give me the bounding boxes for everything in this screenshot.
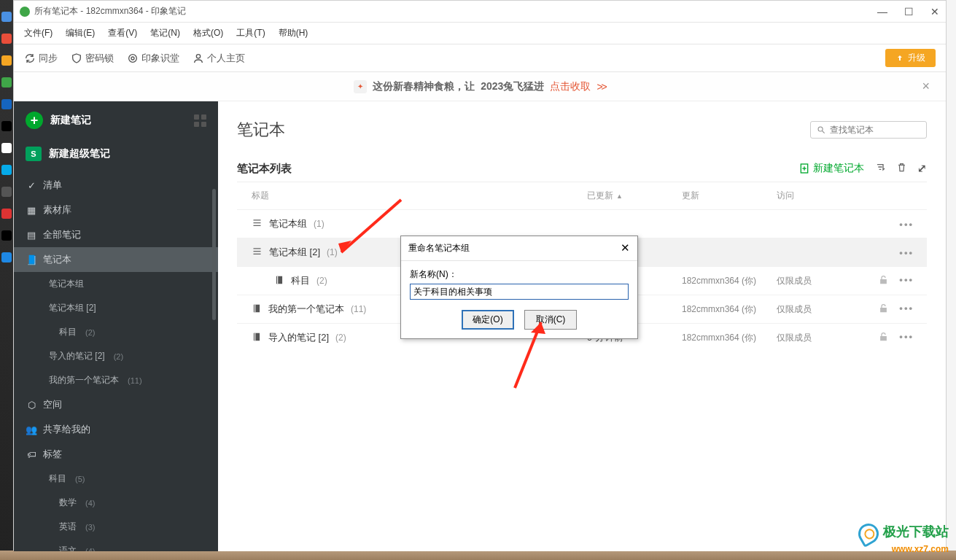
menu-view[interactable]: 查看(V)	[108, 27, 137, 39]
sidebar-item[interactable]: ✓清单	[14, 173, 218, 198]
desktop-dock	[0, 0, 13, 560]
more-icon[interactable]: •••	[899, 247, 914, 258]
search-icon	[817, 125, 825, 135]
promo-bar[interactable]: ✦ 这份新春精神食粮，让2023兔飞猛进 点击收取 >> ×	[14, 72, 946, 101]
nav-icon: ⬡	[26, 400, 37, 411]
home-button[interactable]: 个人主页	[193, 52, 245, 65]
menu-help[interactable]: 帮助(H)	[279, 27, 308, 39]
window-title: 所有笔记本 - 182cmmxn364 - 印象笔记	[34, 5, 186, 18]
sidebar-item-label: 科目	[49, 472, 66, 485]
desktop-bottom	[0, 551, 956, 560]
page-title: 笔记本	[237, 119, 285, 141]
search-input-wrap[interactable]	[810, 121, 927, 139]
new-notebook-button[interactable]: 新建笔记本	[798, 162, 864, 175]
col-updated[interactable]: 已更新▲	[587, 190, 682, 202]
sidebar-item[interactable]: 科目(5)	[14, 467, 218, 491]
svg-rect-13	[254, 332, 255, 341]
svg-line-14	[341, 200, 401, 252]
sidebar-item-label: 全部笔记	[43, 228, 81, 241]
sidebar-item[interactable]: 英语(3)	[14, 515, 218, 539]
lock-button[interactable]: 密码锁	[71, 52, 114, 65]
new-note-button[interactable]: + 新建笔记	[14, 101, 218, 139]
sidebar-item-label: 笔记本	[43, 253, 71, 266]
sidebar-item-label: 数学	[59, 497, 77, 509]
grid-icon[interactable]	[194, 114, 206, 127]
search-input[interactable]	[830, 125, 920, 135]
sidebar-item-label: 导入的笔记 [2]	[49, 350, 105, 362]
sync-button[interactable]: 同步	[24, 52, 58, 65]
svg-marker-17	[531, 322, 545, 334]
dialog-close-icon[interactable]: ✕	[621, 242, 630, 254]
upgrade-button[interactable]: 升级	[885, 49, 936, 67]
nav-icon: ✓	[26, 180, 37, 191]
new-supernote-button[interactable]: S 新建超级笔记	[14, 139, 218, 173]
menu-format[interactable]: 格式(O)	[193, 27, 223, 39]
menu-edit[interactable]: 编辑(E)	[66, 27, 95, 39]
stack-icon	[252, 246, 263, 259]
sidebar-item[interactable]: 数学(4)	[14, 491, 218, 515]
svg-line-4	[823, 131, 825, 133]
sort-asc-icon: ▲	[616, 192, 623, 200]
watermark-icon	[855, 519, 882, 547]
unlock-icon[interactable]	[878, 331, 889, 344]
sidebar-item-label: 英语	[59, 521, 77, 533]
sidebar-item[interactable]: ▤全部笔记	[14, 222, 218, 247]
titlebar: 所有笔记本 - 182cmmxn364 - 印象笔记 — ☐ ✕	[14, 1, 946, 23]
sidebar-item-label: 我的第一个笔记本	[49, 374, 119, 386]
rename-input[interactable]	[410, 284, 629, 300]
nav-icon: 🏷	[26, 449, 37, 460]
class-button[interactable]: 印象识堂	[127, 52, 179, 65]
sidebar-item-label: 清单	[43, 179, 62, 192]
sidebar-item[interactable]: 👥共享给我的	[14, 417, 218, 442]
unlock-icon[interactable]	[878, 303, 889, 316]
nav-icon: 👥	[26, 424, 37, 435]
close-button[interactable]: ✕	[930, 6, 940, 18]
user-icon	[193, 52, 204, 64]
menu-note[interactable]: 笔记(N)	[150, 27, 180, 39]
sidebar: + 新建笔记 S 新建超级笔记 ✓清单▦素材库▤全部笔记📘笔记本笔记本组笔记本组…	[14, 101, 218, 551]
sidebar-scrollbar[interactable]	[212, 189, 216, 320]
sidebar-item[interactable]: 笔记本组	[14, 272, 218, 296]
sidebar-item[interactable]: 语文(4)	[14, 539, 218, 551]
sidebar-item-label: 科目	[59, 326, 77, 338]
expand-icon[interactable]: ⤢	[917, 162, 927, 175]
unlock-icon[interactable]	[878, 274, 889, 287]
sidebar-item[interactable]: ⬡空间	[14, 392, 218, 417]
menu-tool[interactable]: 工具(T)	[236, 27, 265, 39]
nav-icon: 📘	[26, 254, 37, 265]
dialog-label: 新名称(N)：	[410, 268, 629, 281]
sidebar-item-label: 共享给我的	[43, 423, 90, 436]
svg-point-1	[131, 57, 134, 60]
notebook-icon	[274, 275, 284, 287]
minimize-button[interactable]: —	[877, 6, 887, 18]
dialog-title: 重命名笔记本组	[408, 242, 470, 254]
sidebar-item[interactable]: 我的第一个笔记本(11)	[14, 368, 218, 392]
menu-file[interactable]: 文件(F)	[24, 27, 53, 39]
toolbar: 同步 密码锁 印象识堂 个人主页 升级	[14, 44, 946, 72]
sidebar-item-label: 素材库	[43, 203, 71, 217]
shield-icon	[71, 52, 82, 64]
more-icon[interactable]: •••	[899, 331, 914, 344]
annotation-arrow-1	[328, 195, 408, 264]
sidebar-item[interactable]: ▦素材库	[14, 198, 218, 222]
sidebar-item-label: 笔记本组 [2]	[49, 302, 96, 314]
sort-icon[interactable]	[874, 161, 886, 176]
sidebar-item[interactable]: 🏷标签	[14, 442, 218, 467]
nav-icon: ▦	[26, 205, 37, 216]
sidebar-item-label: 语文	[59, 545, 77, 551]
more-icon[interactable]: •••	[899, 219, 914, 230]
svg-point-2	[196, 54, 200, 58]
maximize-button[interactable]: ☐	[903, 6, 914, 18]
sidebar-item[interactable]: 笔记本组 [2]	[14, 296, 218, 320]
promo-close-icon[interactable]: ×	[922, 79, 930, 94]
svg-point-3	[818, 127, 823, 131]
sidebar-item[interactable]: 导入的笔记 [2](2)	[14, 344, 218, 368]
svg-rect-9	[277, 276, 278, 284]
sidebar-item-label: 笔记本组	[49, 278, 84, 290]
more-icon[interactable]: •••	[899, 274, 914, 287]
sidebar-item[interactable]: 科目(2)	[14, 320, 218, 344]
sidebar-item[interactable]: 📘笔记本	[14, 247, 218, 272]
trash-icon[interactable]	[896, 162, 907, 176]
more-icon[interactable]: •••	[899, 303, 914, 316]
watermark: 极光下载站 www.xz7.com	[858, 524, 949, 554]
